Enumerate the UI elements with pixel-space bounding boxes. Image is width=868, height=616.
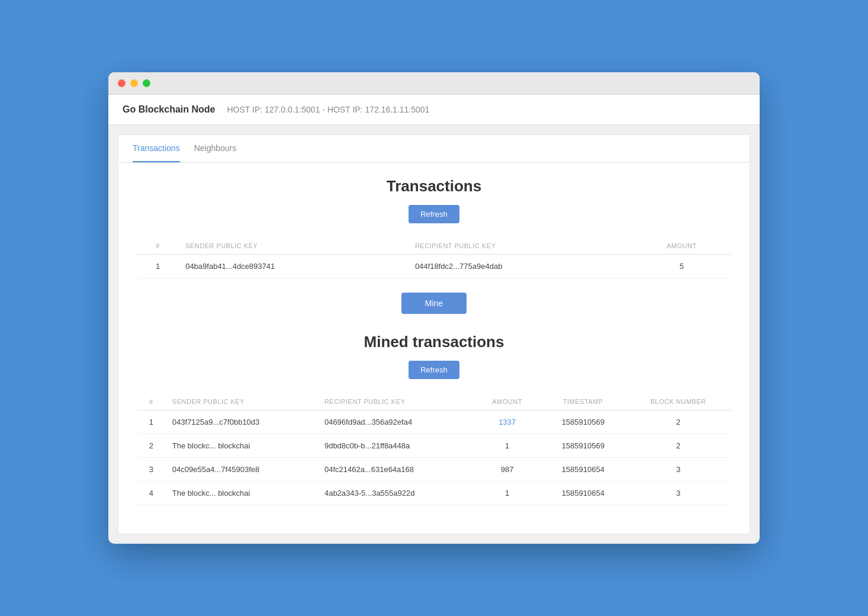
mined-col-recipient: RECIPIENT PUBLIC KEY [317, 393, 474, 410]
mined-col-amount: AMOUNT [474, 393, 541, 410]
cell-sender: 04c09e55a4...7f45903fe8 [165, 458, 317, 482]
table-row: 4 The blockc... blockchai 4ab2a343-5...3… [137, 482, 731, 505]
cell-timestamp: 1585910569 [541, 434, 626, 458]
cell-sender: The blockc... blockchai [165, 434, 317, 458]
app-header: Go Blockchain Node HOST IP: 127.0.0.1:50… [108, 95, 760, 125]
mined-col-sender: SENDER PUBLIC KEY [165, 393, 317, 410]
cell-block: 3 [626, 482, 731, 505]
cell-amount: 1 [474, 482, 541, 505]
cell-sender: 043f7125a9...c7f0bb10d3 [165, 410, 317, 434]
table-row: 1 04ba9fab41...4dce893741 044f18fdc2...7… [137, 255, 731, 278]
mined-col-block: BLOCK NUMBER [626, 393, 731, 410]
cell-recipient: 04fc21462a...631e64a168 [317, 458, 474, 482]
cell-recipient: 04696fd9ad...356a92efa4 [317, 410, 474, 434]
cell-amount: 5 [633, 255, 731, 278]
maximize-button[interactable] [143, 79, 150, 87]
tab-content: Transactions Refresh # SENDER PUBLIC KEY… [118, 163, 750, 534]
cell-num: 1 [137, 255, 178, 278]
cell-amount: 987 [474, 458, 541, 482]
cell-sender: The blockc... blockchai [165, 482, 317, 505]
transactions-table: # SENDER PUBLIC KEY RECIPIENT PUBLIC KEY… [137, 238, 731, 278]
cell-amount: 1337 [474, 410, 541, 434]
col-amount: AMOUNT [633, 238, 731, 255]
cell-timestamp: 1585910569 [541, 410, 626, 434]
cell-num: 4 [137, 482, 165, 505]
cell-num: 2 [137, 434, 165, 458]
minimize-button[interactable] [130, 79, 138, 87]
cell-num: 1 [137, 410, 165, 434]
tab-transactions[interactable]: Transactions [133, 135, 180, 162]
transactions-refresh-button[interactable]: Refresh [409, 205, 459, 223]
tab-neighbours[interactable]: Neighbours [194, 135, 237, 162]
table-row: 2 The blockc... blockchai 9dbd8c0b-b...2… [137, 434, 731, 458]
tabs: Transactions Neighbours [118, 135, 750, 163]
transactions-title: Transactions [137, 177, 731, 195]
cell-block: 3 [626, 458, 731, 482]
app-window: Go Blockchain Node HOST IP: 127.0.0.1:50… [108, 72, 760, 544]
cell-recipient: 4ab2a343-5...3a555a922d [317, 482, 474, 505]
content-area: Transactions Neighbours Transactions Ref… [118, 134, 750, 534]
cell-recipient: 9dbd8c0b-b...21ff8a448a [317, 434, 474, 458]
close-button[interactable] [118, 79, 126, 87]
mine-button[interactable]: Mine [401, 293, 467, 314]
cell-sender: 04ba9fab41...4dce893741 [178, 255, 408, 278]
mined-transactions-table: # SENDER PUBLIC KEY RECIPIENT PUBLIC KEY… [137, 393, 731, 505]
app-title: Go Blockchain Node [123, 104, 215, 115]
titlebar [108, 72, 760, 95]
cell-block: 2 [626, 434, 731, 458]
cell-recipient: 044f18fdc2...775a9e4dab [408, 255, 633, 278]
col-sender: SENDER PUBLIC KEY [178, 238, 408, 255]
table-row: 3 04c09e55a4...7f45903fe8 04fc21462a...6… [137, 458, 731, 482]
mined-refresh-button[interactable]: Refresh [409, 361, 459, 379]
cell-timestamp: 1585910654 [541, 458, 626, 482]
cell-amount: 1 [474, 434, 541, 458]
col-recipient: RECIPIENT PUBLIC KEY [408, 238, 633, 255]
mined-col-timestamp: TIMESTAMP [541, 393, 626, 410]
cell-block: 2 [626, 410, 731, 434]
cell-num: 3 [137, 458, 165, 482]
mined-col-num: # [137, 393, 165, 410]
table-row: 1 043f7125a9...c7f0bb10d3 04696fd9ad...3… [137, 410, 731, 434]
cell-timestamp: 1585910654 [541, 482, 626, 505]
col-num: # [137, 238, 178, 255]
mined-transactions-title: Mined transactions [137, 333, 731, 351]
host-info: HOST IP: 127.0.0.1:5001 - HOST IP: 172.1… [227, 105, 429, 114]
